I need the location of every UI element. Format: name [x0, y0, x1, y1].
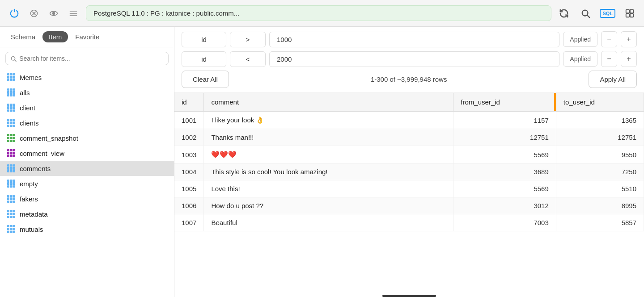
table-row: 1004This style is so cool! You look amaz… [174, 163, 644, 180]
sidebar-item-memes[interactable]: Memes [0, 70, 174, 85]
filter-value-2[interactable] [269, 51, 559, 67]
sidebar-item-fakers[interactable]: fakers [0, 191, 174, 206]
cell-comment: ❤️❤️❤️ [204, 146, 453, 163]
cell-comment: Thanks man!!! [204, 129, 453, 146]
resize-handle-from[interactable] [554, 93, 556, 111]
cell-from_user_id: 7003 [453, 214, 556, 231]
table-icon [7, 73, 15, 81]
sidebar-item-alls[interactable]: alls [0, 85, 174, 100]
sidebar-item-comment_view[interactable]: comment_view [0, 146, 174, 161]
search-input[interactable] [19, 55, 164, 62]
col-to-user-id[interactable]: to_user_id [556, 93, 644, 112]
close-icon[interactable] [27, 6, 41, 21]
filter-area: id > Applied − + id < Applied − + Clear … [174, 27, 644, 93]
table-row: 1003❤️❤️❤️55699550 [174, 146, 644, 163]
cell-to_user_id: 5510 [556, 180, 644, 197]
apply-all-button[interactable]: Apply All [589, 71, 637, 88]
search-box [5, 52, 169, 65]
address-bar[interactable]: PostgreSQL 11.0 : PG : katonice : public… [86, 5, 551, 21]
cell-to_user_id: 8995 [556, 197, 644, 214]
cell-comment: How do u post ?? [204, 197, 453, 214]
menu-icon[interactable] [66, 6, 80, 21]
table-icon [7, 104, 15, 112]
filter-row-2: id < Applied − + [182, 51, 637, 67]
sidebar-item-client[interactable]: client [0, 100, 174, 115]
svg-line-9 [588, 15, 590, 17]
tab-schema[interactable]: Schema [7, 31, 39, 42]
sidebar-item-label: clients [20, 119, 39, 127]
cell-id: 1004 [174, 163, 204, 180]
cell-from_user_id: 5569 [453, 146, 556, 163]
sidebar-item-label: Memes [20, 74, 42, 81]
cell-comment: I like your look 👌 [204, 112, 453, 129]
cell-from_user_id: 3012 [453, 197, 556, 214]
sidebar-item-label: comments [20, 165, 51, 172]
tab-favorite[interactable]: Favorite [72, 31, 103, 42]
tab-item[interactable]: Item [42, 31, 68, 42]
sidebar-item-label: metadata [20, 210, 48, 218]
clear-all-button[interactable]: Clear All [182, 71, 229, 88]
filter-status-1: Applied [563, 32, 597, 47]
svg-point-4 [53, 12, 55, 14]
cell-from_user_id: 12751 [453, 129, 556, 146]
filter-add-2[interactable]: + [621, 51, 637, 67]
sidebar-item-label: alls [20, 89, 30, 96]
filter-actions: Clear All 1-300 of ~3,999,948 rows Apply… [182, 71, 637, 88]
top-bar-actions: SQL [557, 6, 637, 21]
table-icon [7, 195, 15, 203]
power-icon[interactable] [7, 6, 21, 21]
sidebar-item-label: comment_snapshot [20, 134, 78, 142]
cell-from_user_id: 1157 [453, 112, 556, 129]
cell-comment: This style is so cool! You look amazing! [204, 163, 453, 180]
filter-add-1[interactable]: + [621, 31, 637, 47]
table-icon [7, 210, 15, 218]
layout-icon[interactable] [623, 6, 637, 21]
sidebar-item-metadata[interactable]: metadata [0, 206, 174, 222]
sidebar-item-label: fakers [20, 195, 38, 203]
table-row: 1006How do u post ??30128995 [174, 197, 644, 214]
table-icon [7, 164, 15, 172]
filter-remove-1[interactable]: − [601, 31, 617, 47]
search-icon [10, 55, 17, 62]
svg-line-15 [15, 60, 16, 61]
sql-icon[interactable]: SQL [600, 9, 615, 18]
table-row: 1001I like your look 👌11571365 [174, 112, 644, 129]
sidebar-item-comment_snapshot[interactable]: comment_snapshot [0, 130, 174, 146]
sidebar-item-mutuals[interactable]: mutuals [0, 222, 174, 237]
col-id[interactable]: id [174, 93, 204, 112]
sidebar-item-label: empty [20, 180, 38, 188]
refresh-icon[interactable] [557, 6, 571, 21]
sidebar-list: Memesallsclientclientscomment_snapshotco… [0, 70, 174, 297]
scrollbar-hint [382, 295, 436, 297]
main-layout: Schema Item Favorite Memesallsclientclie… [0, 27, 644, 297]
sidebar-item-comments[interactable]: comments [0, 161, 174, 176]
filter-op-2[interactable]: < [230, 51, 266, 67]
search-top-icon[interactable] [578, 6, 593, 21]
sidebar-item-clients[interactable]: clients [0, 115, 174, 130]
sidebar-item-label: comment_view [20, 150, 64, 157]
table-container[interactable]: id comment from_user_id to_user_id [174, 93, 644, 297]
svg-rect-12 [626, 13, 629, 17]
cell-to_user_id: 12751 [556, 129, 644, 146]
sidebar-item-empty[interactable]: empty [0, 176, 174, 191]
filter-op-1[interactable]: > [230, 32, 266, 47]
svg-rect-11 [630, 9, 633, 13]
col-comment[interactable]: comment [204, 93, 453, 112]
filter-value-1[interactable] [269, 32, 559, 47]
filter-status-2: Applied [563, 51, 597, 67]
sidebar: Schema Item Favorite Memesallsclientclie… [0, 27, 174, 297]
cell-id: 1003 [174, 146, 204, 163]
filter-field-1[interactable]: id [182, 32, 226, 47]
cell-id: 1007 [174, 214, 204, 231]
rows-info: 1-300 of ~3,999,948 rows [229, 75, 589, 83]
filter-remove-2[interactable]: − [601, 51, 617, 67]
svg-rect-10 [626, 9, 629, 13]
table-row: 1002Thanks man!!!1275112751 [174, 129, 644, 146]
col-from-user-id[interactable]: from_user_id [453, 93, 556, 112]
table-row: 1005Love this!55695510 [174, 180, 644, 197]
filter-row-1: id > Applied − + [182, 31, 637, 47]
table-row: 1007Beautiful70035857 [174, 214, 644, 231]
filter-field-2[interactable]: id [182, 51, 226, 67]
eye-icon[interactable] [47, 6, 61, 21]
cell-to_user_id: 5857 [556, 214, 644, 231]
